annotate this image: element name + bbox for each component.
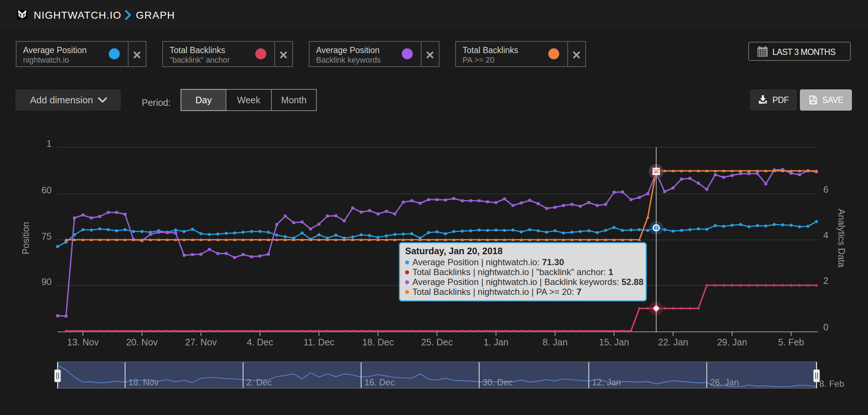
svg-text:Analytics Data: Analytics Data [837,209,847,267]
svg-text:29. Jan: 29. Jan [717,337,747,347]
svg-text:1. Jan: 1. Jan [483,337,508,347]
svg-text:16. Dec: 16. Dec [364,377,395,387]
svg-text:5. Feb: 5. Feb [778,337,804,347]
svg-text:27. Nov: 27. Nov [185,337,217,347]
svg-text:Position: Position [21,222,31,255]
svg-text:25. Dec: 25. Dec [421,337,453,347]
svg-text:4: 4 [823,230,828,240]
svg-text:2. Dec: 2. Dec [246,377,272,387]
svg-text:18. Dec: 18. Dec [362,337,394,347]
svg-text:4. Dec: 4. Dec [247,337,273,347]
svg-text:26. Jan: 26. Jan [710,377,739,387]
svg-text:90: 90 [41,277,52,287]
svg-text:15. Jan: 15. Jan [599,337,629,347]
svg-text:75: 75 [41,231,52,241]
svg-text:1: 1 [47,138,52,149]
svg-text:12. Jan: 12. Jan [592,377,621,387]
svg-text:60: 60 [41,185,52,195]
svg-text:20. Nov: 20. Nov [126,337,158,347]
svg-text:30. Dec: 30. Dec [482,377,513,387]
svg-text:11. Dec: 11. Dec [304,337,334,347]
svg-text:2: 2 [823,275,828,286]
svg-text:0: 0 [823,322,828,332]
svg-text:8. Feb: 8. Feb [819,379,844,389]
svg-text:6: 6 [823,184,828,194]
svg-text:22. Jan: 22. Jan [658,337,688,347]
svg-text:8. Jan: 8. Jan [542,337,567,347]
svg-text:18. Nov: 18. Nov [129,377,159,387]
svg-text:13. Nov: 13. Nov [67,337,99,347]
